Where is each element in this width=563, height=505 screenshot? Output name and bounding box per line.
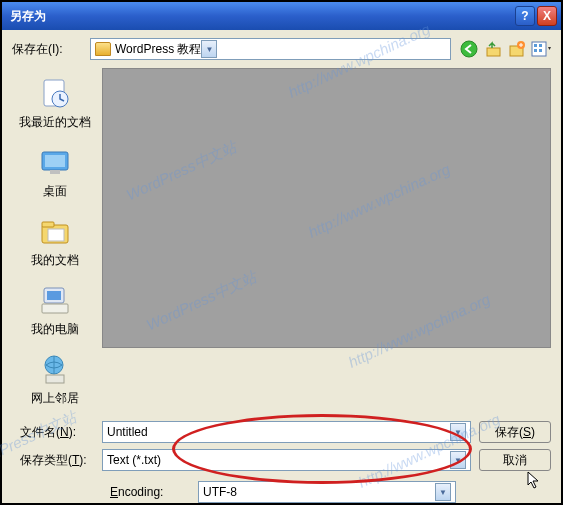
svg-rect-12 [45, 155, 65, 167]
save-button[interactable]: 保存(S) [479, 421, 551, 443]
help-button[interactable]: ? [515, 6, 535, 26]
svg-rect-19 [42, 304, 68, 313]
sidebar-item-recent[interactable]: 我最近的文档 [12, 70, 98, 137]
folder-icon [95, 42, 111, 56]
encoding-label: Encoding: [12, 485, 198, 499]
network-icon [37, 352, 73, 388]
close-button[interactable]: X [537, 6, 557, 26]
cursor-icon [527, 471, 541, 489]
svg-point-0 [461, 41, 477, 57]
titlebar[interactable]: 另存为 ? X [2, 2, 561, 30]
chevron-down-icon[interactable]: ▼ [201, 40, 217, 58]
svg-rect-6 [539, 44, 542, 47]
svg-rect-13 [50, 170, 60, 174]
svg-rect-8 [539, 49, 542, 52]
back-icon[interactable] [459, 39, 479, 59]
mydocs-icon [37, 214, 73, 250]
svg-rect-1 [487, 48, 500, 56]
chevron-down-icon[interactable]: ▼ [450, 423, 466, 441]
svg-rect-18 [47, 291, 61, 300]
computer-icon [37, 283, 73, 319]
svg-rect-5 [534, 44, 537, 47]
encoding-combo[interactable]: UTF-8 ▼ [198, 481, 456, 503]
sidebar-item-mydocs[interactable]: 我的文档 [12, 208, 98, 275]
filename-input[interactable]: Untitled ▼ [102, 421, 471, 443]
view-menu-icon[interactable] [531, 39, 551, 59]
file-list-area[interactable] [102, 68, 551, 348]
up-icon[interactable] [483, 39, 503, 59]
cancel-button[interactable]: 取消 [479, 449, 551, 471]
svg-rect-15 [42, 222, 54, 227]
desktop-icon [37, 145, 73, 181]
chevron-down-icon[interactable]: ▼ [450, 451, 466, 469]
places-sidebar: 我最近的文档 桌面 我的文档 [12, 68, 98, 413]
sidebar-item-mycomputer[interactable]: 我的电脑 [12, 277, 98, 344]
new-folder-icon[interactable] [507, 39, 527, 59]
chevron-down-icon[interactable]: ▼ [435, 483, 451, 501]
filetype-combo[interactable]: Text (*.txt) ▼ [102, 449, 471, 471]
save-in-value: WordPress 教程 [115, 41, 201, 58]
svg-rect-21 [46, 375, 64, 383]
save-as-dialog: 另存为 ? X 保存在(I): WordPress 教程 ▼ [2, 2, 561, 503]
filetype-label: 保存类型(T): [12, 452, 102, 469]
save-in-combo[interactable]: WordPress 教程 ▼ [90, 38, 451, 60]
titlebar-title: 另存为 [6, 8, 515, 25]
svg-rect-16 [48, 229, 64, 241]
sidebar-item-desktop[interactable]: 桌面 [12, 139, 98, 206]
save-in-label: 保存在(I): [12, 41, 82, 58]
filename-label: 文件名(N): [12, 424, 102, 441]
svg-rect-7 [534, 49, 537, 52]
recent-docs-icon [37, 76, 73, 112]
sidebar-item-network[interactable]: 网上邻居 [12, 346, 98, 413]
